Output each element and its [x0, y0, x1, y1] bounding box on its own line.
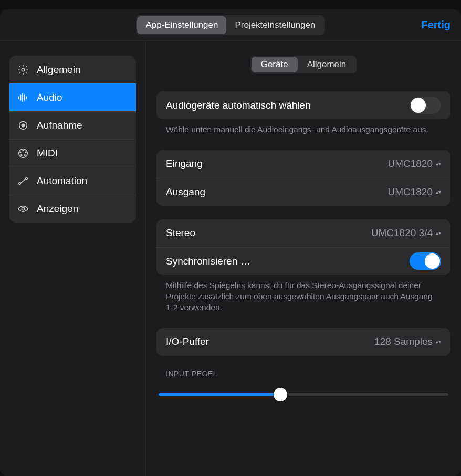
auto-select-group: Audiogeräte automatisch wählen: [156, 91, 450, 119]
svg-point-10: [20, 152, 21, 153]
automation-icon: [17, 175, 29, 187]
toggle-knob: [425, 253, 440, 269]
header: App-Einstellungen Projekteinstellungen F…: [0, 9, 461, 41]
output-value: UMC1820: [387, 186, 433, 198]
slider-thumb[interactable]: [274, 388, 287, 401]
updown-icon: ▴▾: [436, 162, 441, 165]
auto-select-help: Wähle unten manuell die Audioeingangs- u…: [156, 119, 450, 135]
stereo-value: UMC1820 3/4: [371, 227, 433, 239]
toggle-knob: [411, 98, 426, 113]
auto-select-toggle[interactable]: [410, 97, 441, 114]
sidebar-item-aufnahme[interactable]: Aufnahme: [9, 111, 136, 139]
updown-icon: ▴▾: [436, 340, 441, 343]
tab-project-settings[interactable]: Projekteinstellungen: [226, 16, 323, 34]
slider-fill: [159, 393, 280, 396]
sidebar-item-label: Anzeigen: [37, 203, 78, 215]
stereo-label: Stereo: [166, 227, 195, 239]
input-device-row[interactable]: Eingang UMC1820 ▴▾: [156, 150, 450, 178]
settings-sheet: App-Einstellungen Projekteinstellungen F…: [0, 9, 461, 476]
svg-point-13: [24, 155, 25, 156]
buffer-group: I/O-Puffer 128 Samples ▴▾: [156, 328, 450, 356]
input-level-label: INPUT-PEGEL: [156, 369, 450, 382]
sidebar: Allgemein Audio: [0, 41, 146, 476]
svg-point-11: [25, 152, 26, 153]
mirror-help: Mithilfe des Spiegelns kannst du für das…: [156, 275, 450, 313]
body: Allgemein Audio: [0, 41, 461, 476]
eye-icon: [17, 203, 29, 215]
svg-point-0: [22, 68, 25, 71]
sidebar-item-label: Audio: [37, 92, 62, 103]
audio-subtabs: Geräte Allgemein: [250, 56, 357, 73]
svg-point-7: [22, 124, 25, 127]
sidebar-item-automation[interactable]: Automation: [9, 167, 136, 195]
done-button[interactable]: Fertig: [421, 19, 450, 31]
sidebar-item-midi[interactable]: MIDI: [9, 139, 136, 167]
auto-select-row[interactable]: Audiogeräte automatisch wählen: [156, 91, 450, 119]
updown-icon: ▴▾: [436, 231, 441, 235]
sidebar-item-audio[interactable]: Audio: [9, 83, 136, 111]
sidebar-item-label: Aufnahme: [37, 120, 82, 131]
sync-toggle[interactable]: [410, 252, 441, 270]
sidebar-item-label: Automation: [37, 175, 87, 187]
auto-select-label: Audiogeräte automatisch wählen: [166, 100, 311, 111]
subtab-geraete[interactable]: Geräte: [252, 57, 298, 72]
gear-icon: [17, 64, 29, 76]
updown-icon: ▴▾: [436, 191, 441, 194]
sidebar-item-allgemein[interactable]: Allgemein: [9, 56, 136, 83]
sidebar-item-label: MIDI: [37, 147, 58, 159]
tab-app-settings[interactable]: App-Einstellungen: [137, 16, 226, 34]
svg-point-12: [21, 155, 22, 156]
buffer-label: I/O-Puffer: [166, 336, 209, 347]
sync-row[interactable]: Synchronisieren …: [156, 247, 450, 275]
buffer-row[interactable]: I/O-Puffer 128 Samples ▴▾: [156, 328, 450, 356]
svg-point-16: [22, 207, 25, 210]
midi-icon: [17, 147, 29, 160]
input-label: Eingang: [166, 158, 203, 170]
output-device-row[interactable]: Ausgang UMC1820 ▴▾: [156, 178, 450, 206]
main: Geräte Allgemein Audiogeräte automatisch…: [146, 41, 461, 476]
top-segment: App-Einstellungen Projekteinstellungen: [136, 15, 324, 35]
svg-point-9: [23, 150, 24, 151]
mirror-group: Stereo UMC1820 3/4 ▴▾ Synchronisieren …: [156, 219, 450, 275]
input-level-slider[interactable]: [156, 388, 450, 401]
sidebar-item-label: Allgemein: [37, 64, 80, 76]
sidebar-list: Allgemein Audio: [9, 56, 136, 223]
stereo-row[interactable]: Stereo UMC1820 3/4 ▴▾: [156, 219, 450, 247]
record-icon: [17, 119, 29, 132]
output-label: Ausgang: [166, 186, 205, 198]
buffer-value: 128 Samples: [374, 336, 433, 347]
subtab-allgemein[interactable]: Allgemein: [298, 57, 356, 72]
io-group: Eingang UMC1820 ▴▾ Ausgang UMC1820 ▴▾: [156, 150, 450, 206]
sidebar-item-anzeigen[interactable]: Anzeigen: [9, 195, 136, 223]
input-value: UMC1820: [387, 158, 433, 170]
sync-label: Synchronisieren …: [166, 256, 250, 267]
waveform-icon: [17, 91, 29, 104]
